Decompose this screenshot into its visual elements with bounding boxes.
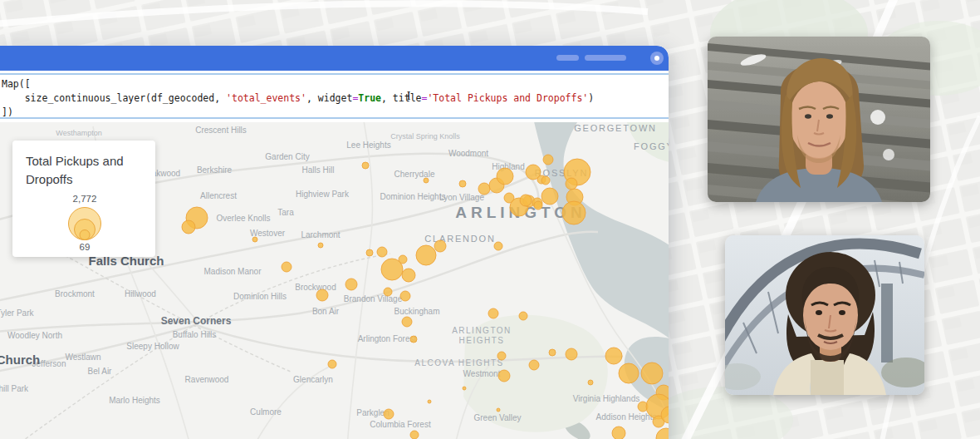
legend-circle-small: [80, 229, 91, 240]
map-bubble[interactable]: [459, 180, 466, 187]
code-token: ): [588, 92, 594, 104]
legend-widget: Total Pickups and Dropoffs 2,772 69: [12, 141, 155, 257]
map-bubble[interactable]: [488, 308, 498, 318]
legend-max-value: 2,772: [26, 194, 144, 204]
map-bubble[interactable]: [529, 360, 539, 370]
window-titlebar: [0, 46, 669, 71]
map-bubble[interactable]: [463, 387, 466, 390]
map-bubble[interactable]: [377, 247, 387, 257]
map-bubble[interactable]: [497, 352, 506, 360]
map-bubble[interactable]: [497, 408, 500, 412]
code-line-3: ]): [2, 106, 669, 120]
map-bubble[interactable]: [566, 178, 577, 190]
code-token: 'Total Pickups and Dropoffs': [427, 92, 588, 104]
notebook-window: Map([ size_continuous_layer(df_geocoded,…: [0, 46, 669, 439]
code-token: widget: [318, 92, 353, 104]
map-bubble[interactable]: [434, 240, 446, 252]
code-token: True: [358, 92, 381, 104]
map-bubble[interactable]: [562, 201, 586, 224]
map-bubble[interactable]: [656, 428, 669, 439]
code-cell[interactable]: Map([ size_continuous_layer(df_geocoded,…: [0, 73, 669, 119]
titlebar-pill-button[interactable]: [556, 55, 579, 61]
map-bubble[interactable]: [400, 291, 410, 301]
bubble-map[interactable]: WesthamptonCrescent HillsCrystal Spring …: [0, 122, 669, 439]
map-bubble[interactable]: [543, 155, 553, 165]
code-token: size_continuous_layer(df_geocoded,: [2, 92, 226, 104]
map-bubble[interactable]: [428, 400, 431, 403]
webcam-1-video: [708, 37, 930, 202]
legend-min-value: 69: [26, 242, 144, 252]
code-token: ,: [306, 92, 318, 104]
map-bubble[interactable]: [345, 279, 357, 290]
map-bubble[interactable]: [252, 237, 257, 242]
map-bubble[interactable]: [402, 317, 412, 327]
map-bubble[interactable]: [362, 162, 369, 169]
map-bubble[interactable]: [519, 312, 527, 320]
map-bubble[interactable]: [566, 348, 577, 360]
map-bubble[interactable]: [549, 349, 556, 356]
map-bubble[interactable]: [498, 370, 510, 382]
map-bubble[interactable]: [424, 178, 429, 183]
map-bubble[interactable]: [399, 255, 407, 264]
map-bubble[interactable]: [366, 249, 373, 256]
code-token: , title: [381, 92, 421, 104]
map-bubble[interactable]: [182, 220, 195, 234]
map-bubble[interactable]: [402, 269, 415, 282]
webcam-2-video: [725, 235, 924, 395]
map-bubble[interactable]: [497, 168, 513, 185]
map-bubble[interactable]: [605, 348, 622, 364]
webcam-feed-1: [708, 37, 930, 202]
map-bubble[interactable]: [316, 289, 328, 301]
map-bubble[interactable]: [588, 380, 593, 385]
map-bubble[interactable]: [410, 336, 417, 343]
map-bubble[interactable]: [494, 242, 502, 250]
map-bubble[interactable]: [478, 183, 490, 195]
map-bubble[interactable]: [534, 201, 542, 210]
map-bubble[interactable]: [612, 427, 625, 439]
code-line-1: Map([: [2, 77, 669, 91]
legend-size-circles: [26, 205, 144, 242]
map-bubble[interactable]: [384, 409, 394, 419]
webcam-feed-2: [725, 235, 924, 395]
titlebar-address-pill[interactable]: [585, 55, 626, 61]
map-bubble[interactable]: [416, 245, 436, 265]
map-bubble[interactable]: [619, 363, 639, 383]
map-bubble[interactable]: [328, 360, 336, 368]
code-line-2: size_continuous_layer(df_geocoded, 'tota…: [2, 91, 669, 106]
map-bubble[interactable]: [410, 431, 419, 439]
map-bubble[interactable]: [282, 262, 292, 272]
titlebar-menu-icon[interactable]: [650, 52, 664, 65]
map-bubble[interactable]: [641, 363, 663, 384]
map-bubble[interactable]: [541, 188, 558, 205]
map-bubble[interactable]: [541, 176, 550, 185]
legend-title: Total Pickups and Dropoffs: [26, 152, 144, 189]
map-bubble[interactable]: [384, 288, 392, 296]
map-bubble[interactable]: [520, 195, 532, 206]
map-bubble[interactable]: [318, 243, 323, 248]
code-token: 'total_events': [226, 92, 306, 104]
